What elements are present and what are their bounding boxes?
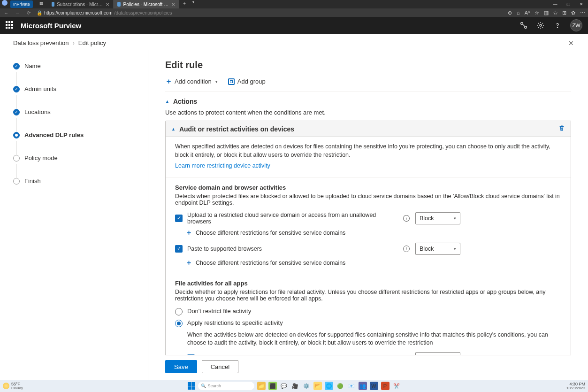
paste-action-select[interactable]: Block ▾: [415, 243, 460, 255]
radio-apply-restrictions[interactable]: [175, 320, 183, 327]
url-host: https://compliance.microsoft.com: [44, 10, 113, 15]
current-step-icon: [13, 132, 20, 138]
breadcrumb-edit-policy: Edit policy: [78, 39, 106, 46]
upload-checkbox[interactable]: [175, 215, 183, 222]
choose-service-restrictions-button[interactable]: ＋ Choose different restrictions for sens…: [185, 230, 561, 236]
close-icon[interactable]: ✕: [106, 2, 109, 7]
delete-icon[interactable]: [558, 125, 565, 133]
step-locations[interactable]: Locations: [13, 108, 138, 115]
breadcrumb-dlp[interactable]: Data loss prevention: [13, 39, 69, 46]
card-title: Audit or restrict activities on devices: [179, 125, 294, 133]
radio-apply-description: When the activities below are detected o…: [187, 331, 561, 347]
cancel-button[interactable]: Cancel: [202, 360, 238, 373]
refresh-button[interactable]: ⟳: [25, 10, 32, 15]
actions-section-toggle[interactable]: Actions: [165, 98, 571, 105]
close-window-button[interactable]: ✕: [575, 0, 588, 8]
chevron-down-icon: ▾: [454, 246, 456, 251]
home-icon[interactable]: ⌂: [517, 10, 520, 15]
upload-action-select[interactable]: Block ▾: [415, 212, 460, 224]
step-admin-units[interactable]: Admin units: [13, 85, 138, 92]
card-description: When specified activities are detected o…: [175, 143, 561, 159]
weather-widget[interactable]: 55°F Cloudy: [3, 382, 23, 390]
step-label: Name: [24, 62, 41, 69]
chevron-down-icon: ▾: [215, 79, 218, 84]
search-placeholder: Search: [208, 384, 221, 388]
inprivate-label: InPrivate: [13, 2, 30, 7]
collections-icon[interactable]: ⊞: [562, 10, 566, 16]
split-icon[interactable]: ▥: [544, 10, 549, 16]
save-button[interactable]: Save: [165, 360, 197, 373]
breadcrumb: Data loss prevention › Edit policy: [0, 34, 588, 50]
taskbar-app-icon[interactable]: 📂: [313, 382, 322, 390]
add-group-button[interactable]: Add group: [228, 78, 266, 85]
windows-taskbar: 55°F Cloudy 🔍 Search 📁 ⬛ 💬 🎥 ⚙️ 📂 🌐 🟢 📧 …: [0, 380, 588, 392]
plus-icon: ＋: [165, 78, 172, 85]
settings-icon[interactable]: [536, 21, 545, 30]
paste-checkbox[interactable]: [175, 245, 183, 253]
taskbar-app-icon[interactable]: 📁: [257, 382, 266, 390]
read-aloud-icon[interactable]: Aᵃ: [525, 10, 530, 16]
info-icon[interactable]: [403, 246, 410, 252]
profile-avatar-icon[interactable]: [2, 0, 8, 6]
choose-service-restrictions-button-2[interactable]: ＋ Choose different restrictions for sens…: [185, 260, 561, 266]
step-advanced-dlp-rules[interactable]: Advanced DLP rules: [13, 131, 138, 138]
step-finish[interactable]: Finish: [13, 177, 138, 184]
taskbar-app-icon[interactable]: 👥: [359, 382, 367, 390]
taskbar-app-icon[interactable]: 🎥: [291, 382, 299, 390]
start-button[interactable]: [188, 382, 195, 390]
learn-more-link[interactable]: Learn more restricting device activity: [175, 162, 270, 169]
help-icon[interactable]: [553, 21, 562, 30]
tab-menu-button[interactable]: ▾: [190, 0, 197, 8]
taskbar-app-icon[interactable]: ✂️: [392, 382, 401, 390]
maximize-button[interactable]: ▢: [562, 0, 575, 8]
taskbar-app-icon[interactable]: W: [370, 382, 378, 390]
user-avatar[interactable]: ZW: [570, 19, 582, 31]
step-name[interactable]: Name: [13, 62, 138, 69]
tab-actions-icon[interactable]: ▦: [38, 0, 45, 7]
new-tab-button[interactable]: ＋: [179, 0, 190, 8]
taskbar-app-icon[interactable]: 📧: [347, 382, 356, 390]
tab-favicon-icon: [117, 2, 121, 7]
tab-favicon-icon: [52, 2, 55, 7]
favorite-icon[interactable]: ☆: [535, 10, 539, 16]
taskbar-search[interactable]: 🔍 Search: [198, 382, 254, 390]
taskbar-app-icon[interactable]: ⬛: [268, 382, 277, 390]
close-panel-button[interactable]: ✕: [566, 38, 576, 48]
tab-title: Policies - Microsoft Purview: [123, 2, 168, 7]
file-activities-title: File activities for all apps: [175, 280, 561, 287]
favorites-bar-icon[interactable]: ✩: [553, 10, 557, 16]
browser-tab-policies[interactable]: Policies - Microsoft Purview ✕: [114, 0, 179, 8]
back-button[interactable]: ←: [3, 10, 9, 15]
minimize-button[interactable]: —: [549, 0, 562, 8]
taskbar-app-icon[interactable]: 🌐: [325, 382, 333, 390]
connector-icon[interactable]: [519, 21, 528, 30]
address-bar[interactable]: 🔒 https://compliance.microsoft.com/datal…: [37, 10, 503, 15]
system-clock[interactable]: 4:30 PM 10/23/2023: [566, 382, 585, 390]
zoom-icon[interactable]: ⊕: [508, 10, 512, 16]
taskbar-app-icon[interactable]: ⚙️: [302, 382, 311, 390]
group-icon: [228, 78, 235, 85]
app-launcher-icon[interactable]: [6, 21, 14, 30]
taskbar-app-icon[interactable]: 🟢: [336, 382, 344, 390]
choose-svc-label: Choose different restrictions for sensit…: [196, 230, 345, 236]
chevron-up-icon[interactable]: [171, 127, 176, 131]
browser-tab-subscriptions[interactable]: Subscriptions - Microsoft 365 a… ✕: [48, 0, 114, 8]
forward-button[interactable]: →: [14, 10, 21, 15]
device-activities-card: Audit or restrict activities on devices …: [165, 121, 571, 380]
chevron-up-icon: [165, 99, 169, 104]
choose-svc-label-2: Choose different restrictions for sensit…: [196, 260, 345, 266]
more-icon[interactable]: ⋯: [580, 10, 585, 16]
add-condition-button[interactable]: ＋ Add condition ▾: [165, 78, 218, 85]
info-icon[interactable]: [403, 215, 410, 222]
close-icon[interactable]: ✕: [171, 2, 175, 7]
taskbar-app-icon[interactable]: P: [381, 382, 389, 390]
radio-dont-restrict[interactable]: [175, 308, 183, 315]
check-icon: [13, 86, 20, 92]
extensions-icon[interactable]: ✿: [571, 10, 575, 16]
taskbar-app-icon[interactable]: 💬: [280, 382, 288, 390]
add-group-label: Add group: [237, 78, 266, 85]
svg-point-3: [557, 27, 557, 28]
paste-label: Paste to supported browsers: [187, 246, 262, 252]
app-title: Microsoft Purview: [21, 22, 81, 30]
step-policy-mode[interactable]: Policy mode: [13, 154, 138, 161]
